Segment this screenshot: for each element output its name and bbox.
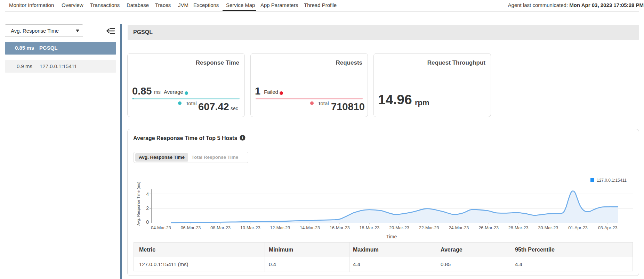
svg-text:18-Mar-23: 18-Mar-23 xyxy=(360,225,380,230)
svg-text:06-Mar-23: 06-Mar-23 xyxy=(181,225,201,230)
svg-text:08-Mar-23: 08-Mar-23 xyxy=(210,225,231,230)
svg-text:Time: Time xyxy=(386,234,397,239)
svg-text:14-Mar-23: 14-Mar-23 xyxy=(300,225,320,230)
svg-text:20-Mar-23: 20-Mar-23 xyxy=(389,225,409,230)
svg-text:16-Mar-23: 16-Mar-23 xyxy=(330,225,350,230)
svg-text:127.0.0.1:15411: 127.0.0.1:15411 xyxy=(597,178,627,183)
svg-text:01-Apr-23: 01-Apr-23 xyxy=(568,225,588,230)
svg-text:4: 4 xyxy=(146,191,149,197)
svg-text:12-Mar-23: 12-Mar-23 xyxy=(270,225,290,230)
svg-text:28-Mar-23: 28-Mar-23 xyxy=(508,225,529,230)
svg-text:24-Mar-23: 24-Mar-23 xyxy=(449,225,469,230)
svg-text:10-Mar-23: 10-Mar-23 xyxy=(240,225,260,230)
svg-text:22-Mar-23: 22-Mar-23 xyxy=(419,225,439,230)
svg-text:03-Apr-23: 03-Apr-23 xyxy=(598,225,618,230)
svg-text:2: 2 xyxy=(146,205,149,211)
svg-text:Avg. Response Time (ms): Avg. Response Time (ms) xyxy=(136,182,140,225)
svg-text:26-Mar-23: 26-Mar-23 xyxy=(478,225,499,230)
svg-text:0: 0 xyxy=(146,219,149,225)
svg-text:30-Mar-23: 30-Mar-23 xyxy=(538,225,558,230)
svg-text:04-Mar-23: 04-Mar-23 xyxy=(151,225,171,230)
